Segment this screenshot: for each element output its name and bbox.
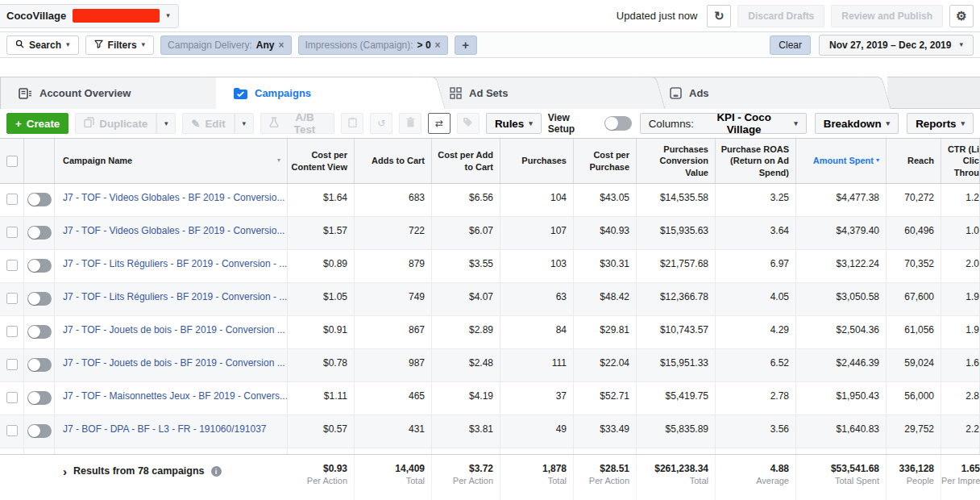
- close-icon[interactable]: ×: [279, 40, 284, 51]
- duplicate-caret-button[interactable]: ▾: [156, 113, 176, 134]
- column-header-cost-per-purchase[interactable]: Cost per Purchase: [574, 139, 637, 183]
- campaign-name-link[interactable]: J7 - TOF - Jouets de bois - BF 2019 - Co…: [55, 349, 288, 381]
- pixel-code-button[interactable]: ⇄: [428, 113, 451, 134]
- campaign-toggle[interactable]: [27, 259, 52, 273]
- purchases-cell: 49: [500, 415, 574, 448]
- filters-dropdown[interactable]: Filters ▾: [85, 35, 155, 55]
- ads-icon: [670, 87, 682, 99]
- refresh-button[interactable]: ↻: [707, 5, 731, 27]
- create-button[interactable]: + Create: [6, 113, 69, 134]
- search-dropdown[interactable]: Search ▾: [6, 35, 79, 55]
- table-footer: › Results from 78 campaigns i $0.93Per A…: [0, 454, 980, 500]
- ctr-cell: 1.2: [941, 184, 980, 216]
- edit-button[interactable]: ✎ Edit: [182, 113, 234, 134]
- filter-chip-campaign-delivery[interactable]: Campaign Delivery: Any ×: [160, 35, 291, 55]
- row-checkbox[interactable]: [6, 359, 18, 370]
- columns-dropdown[interactable]: Columns: KPI - Coco Village ▾: [640, 113, 807, 134]
- refresh-icon: ↻: [714, 9, 725, 23]
- tag-button[interactable]: [457, 113, 480, 134]
- column-header-cost-per-add-to-cart[interactable]: Cost per Add to Cart: [432, 139, 500, 183]
- column-header-campaign-name[interactable]: Campaign Name ▾: [55, 139, 288, 183]
- purchase-roas-cell: 4.05: [716, 283, 796, 315]
- row-checkbox[interactable]: [6, 425, 18, 436]
- info-icon[interactable]: i: [211, 466, 222, 477]
- campaign-name-link[interactable]: J7 - TOF - Lits Réguliers - BF 2019 - Co…: [55, 283, 288, 315]
- toggle-column-header: [24, 139, 55, 183]
- filter-chip-impressions[interactable]: Impressions (Campaign): > 0 ×: [298, 35, 448, 55]
- table-row: J7 - TOF - Jouets de bois - BF 2019 - Co…: [0, 349, 980, 382]
- column-header-reach[interactable]: Reach: [887, 139, 941, 183]
- campaign-toggle[interactable]: [27, 391, 52, 405]
- campaign-name-link[interactable]: J7 - BOF - DPA - BF - L3 - FR - 191060/1…: [55, 415, 288, 448]
- rules-dropdown[interactable]: Rules ▾: [486, 113, 542, 134]
- breakdown-dropdown[interactable]: Breakdown ▾: [815, 113, 899, 134]
- campaign-name-link[interactable]: J7 - TOF - Videos Globales - BF 2019 - C…: [55, 184, 288, 216]
- row-checkbox[interactable]: [6, 194, 18, 205]
- close-icon[interactable]: ×: [435, 40, 441, 51]
- tab-ads[interactable]: Ads: [652, 77, 878, 109]
- row-checkbox[interactable]: [6, 260, 18, 271]
- discard-drafts-button[interactable]: Discard Drafts: [737, 5, 824, 27]
- view-setup-toggle[interactable]: [604, 116, 632, 131]
- column-header-purchase-roas[interactable]: Purchase ROAS (Return on Ad Spend): [716, 139, 796, 183]
- column-header-ctr[interactable]: CTR (Li Clic Throu: [941, 139, 980, 183]
- funnel-icon: [94, 40, 103, 51]
- campaign-toggle[interactable]: [27, 424, 52, 438]
- top-bar: CocoVillage ▾ Updated just now ↻ Discard…: [0, 0, 980, 32]
- settings-button[interactable]: ⚙: [949, 5, 974, 27]
- campaign-toggle[interactable]: [27, 292, 52, 306]
- tab-account-overview[interactable]: Account Overview: [0, 77, 216, 109]
- cost-per-content-view-cell: $1.11: [288, 382, 355, 415]
- account-selector[interactable]: CocoVillage ▾: [0, 4, 179, 28]
- amount-spent-cell: $2,504.36: [796, 316, 887, 348]
- column-header-purchases[interactable]: Purchases: [500, 139, 574, 183]
- row-checkbox[interactable]: [6, 293, 18, 304]
- column-header-amount-spent[interactable]: Amount Spent ▾: [796, 139, 887, 183]
- column-header-cost-per-content-view[interactable]: Cost per Content View: [288, 139, 355, 183]
- add-filter-button[interactable]: +: [455, 35, 477, 55]
- review-publish-button[interactable]: Review and Publish: [831, 5, 943, 27]
- cost-per-add-to-cart-cell: $2.48: [432, 349, 500, 381]
- filter-bar: Search ▾ Filters ▾ Campaign Delivery: An…: [0, 32, 980, 58]
- campaign-name-link[interactable]: J7 - TOF - Jouets de bois - BF 2019 - Co…: [55, 316, 288, 348]
- results-summary: Results from 78 campaigns: [73, 465, 205, 477]
- campaign-toggle[interactable]: [27, 193, 52, 206]
- cost-per-purchase-cell: $48.42: [574, 283, 637, 315]
- flask-icon: [269, 117, 279, 130]
- chevron-down-icon: ▾: [142, 41, 146, 48]
- campaign-toggle[interactable]: [27, 325, 52, 339]
- reports-dropdown[interactable]: Reports ▾: [907, 113, 974, 134]
- campaign-name-link[interactable]: J7 - TOF - Lits Réguliers - BF 2019 - Co…: [55, 250, 288, 282]
- total-purchase-roas: 4.88Average: [716, 455, 796, 500]
- expand-results-chevron-icon[interactable]: ›: [63, 465, 67, 477]
- row-checkbox[interactable]: [6, 227, 18, 238]
- date-range-selector[interactable]: Nov 27, 2019 – Dec 2, 2019 ▾: [819, 35, 974, 56]
- tab-ad-sets[interactable]: Ad Sets: [432, 77, 652, 109]
- row-checkbox[interactable]: [6, 392, 18, 403]
- column-header-purchases-conversion-value[interactable]: Purchases Conversion Value: [637, 139, 716, 183]
- tag-icon: [463, 117, 473, 130]
- edit-caret-button[interactable]: ▾: [235, 113, 254, 134]
- clear-filters-button[interactable]: Clear: [770, 35, 811, 55]
- row-toggle-cell: [24, 217, 55, 249]
- chevron-down-icon: ▾: [164, 120, 168, 127]
- campaign-name-link[interactable]: J7 - TOF - Videos Globales - BF 2019 - C…: [55, 217, 288, 249]
- column-header-adds-to-cart[interactable]: Adds to Cart: [355, 139, 432, 183]
- row-checkbox[interactable]: [6, 326, 18, 337]
- account-name: CocoVillage: [6, 10, 66, 22]
- purchases-conversion-value-cell: $5,419.75: [637, 382, 716, 415]
- view-setup-label: View Setup: [548, 112, 599, 135]
- delete-button[interactable]: [399, 113, 421, 134]
- tab-campaigns[interactable]: Campaigns: [216, 77, 432, 109]
- ab-test-button[interactable]: A/B Test: [260, 113, 335, 134]
- ctr-cell: 1.9: [941, 283, 980, 315]
- undo-button[interactable]: ↺: [370, 113, 392, 134]
- campaign-toggle[interactable]: [27, 358, 52, 372]
- clipboard-button[interactable]: [341, 113, 363, 134]
- campaign-toggle[interactable]: [27, 226, 52, 240]
- purchases-cell: 107: [500, 217, 574, 249]
- table-row: J7 - BOF - DPA - BF - L3 - FR - 191060/1…: [0, 415, 980, 448]
- campaign-name-link[interactable]: J7 - TOF - Maisonnettes Jeux - BF 2019 -…: [55, 382, 288, 415]
- duplicate-button[interactable]: Duplicate: [75, 113, 156, 134]
- select-all-checkbox[interactable]: [0, 139, 24, 183]
